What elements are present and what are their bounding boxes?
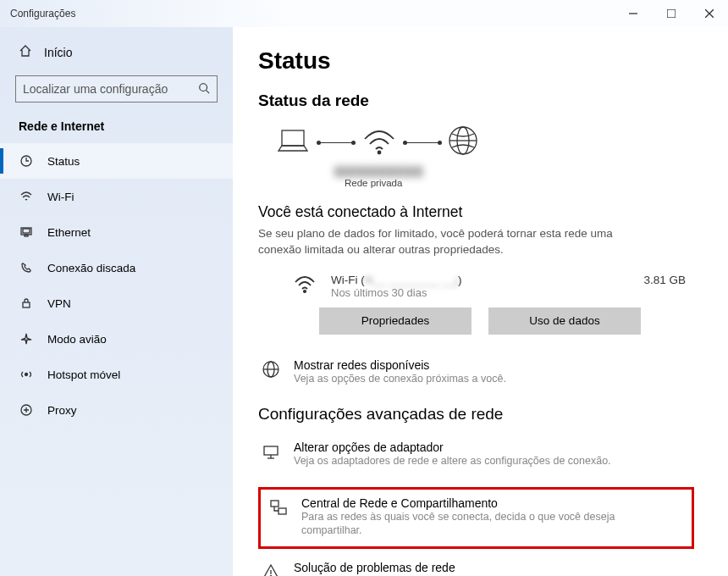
window-title: Configurações bbox=[10, 8, 75, 19]
advanced-heading: Configurações avançadas de rede bbox=[258, 405, 694, 424]
link-sub: Para as redes às quais você se conecta, … bbox=[301, 510, 640, 539]
highlighted-network-center: Central de Rede e Compartilhamento Para … bbox=[258, 487, 694, 550]
sidebar-item-wifi[interactable]: Wi-Fi bbox=[0, 179, 233, 214]
connected-description: Se seu plano de dados for limitado, você… bbox=[258, 226, 631, 258]
link-title: Alterar opções de adaptador bbox=[294, 440, 611, 454]
link-title: Mostrar redes disponíveis bbox=[294, 358, 506, 372]
wifi-name: Wi-Fi (N__ ________ __j) bbox=[331, 274, 628, 286]
proxy-icon bbox=[19, 403, 34, 417]
network-center-icon bbox=[269, 496, 288, 520]
sidebar-item-hotspot[interactable]: Hotspot móvel bbox=[0, 357, 233, 392]
properties-button[interactable]: Propriedades bbox=[319, 307, 472, 335]
globe-icon bbox=[446, 124, 480, 161]
link-title: Solução de problemas de rede bbox=[294, 561, 490, 574]
adapter-options-link[interactable]: Alterar opções de adaptador Veja os adap… bbox=[258, 440, 694, 468]
svg-point-14 bbox=[378, 152, 381, 154]
home-icon bbox=[19, 44, 32, 60]
sidebar-item-label: Conexão discada bbox=[47, 262, 135, 274]
maximize-button[interactable] bbox=[652, 0, 690, 27]
sidebar-item-proxy[interactable]: Proxy bbox=[0, 392, 233, 428]
wifi-icon bbox=[19, 190, 34, 203]
sidebar-item-label: Ethernet bbox=[47, 226, 91, 239]
sidebar: Início Localizar uma configuração Rede e… bbox=[0, 27, 233, 576]
svg-line-5 bbox=[207, 90, 210, 93]
sidebar-item-label: Hotspot móvel bbox=[47, 368, 120, 381]
vpn-icon bbox=[19, 296, 34, 310]
show-networks-link[interactable]: Mostrar redes disponíveis Veja as opções… bbox=[258, 358, 694, 386]
link-sub: Veja os adaptadores de rede e altere as … bbox=[294, 454, 611, 468]
page-title: Status bbox=[258, 47, 694, 75]
wifi-buttons: Propriedades Uso de dados bbox=[258, 307, 694, 335]
home-link[interactable]: Início bbox=[0, 37, 233, 67]
sidebar-item-label: Status bbox=[47, 155, 80, 168]
sidebar-item-label: Modo avião bbox=[47, 333, 107, 346]
link-title: Central de Rede e Compartilhamento bbox=[301, 496, 640, 510]
link-sub: Veja as opções de conexão próximas a voc… bbox=[294, 372, 506, 386]
adapter-icon bbox=[262, 440, 280, 464]
svg-rect-9 bbox=[25, 235, 28, 236]
connector-line bbox=[319, 142, 353, 143]
svg-rect-8 bbox=[23, 229, 30, 233]
svg-rect-10 bbox=[23, 302, 30, 307]
network-sharing-center-link[interactable]: Central de Rede e Compartilhamento Para … bbox=[266, 496, 687, 539]
airplane-icon bbox=[19, 332, 34, 346]
troubleshoot-link[interactable]: Solução de problemas de rede Diagnostiqu… bbox=[258, 561, 694, 576]
sidebar-item-dialup[interactable]: Conexão discada bbox=[0, 250, 233, 285]
dial-icon bbox=[19, 261, 34, 274]
network-status-heading: Status da rede bbox=[258, 91, 694, 110]
sidebar-item-ethernet[interactable]: Ethernet bbox=[0, 214, 233, 250]
svg-point-11 bbox=[25, 374, 28, 376]
nav-list: Status Wi-Fi Ethernet Conexão discada VP… bbox=[0, 143, 233, 428]
svg-rect-1 bbox=[667, 9, 676, 18]
globe-small-icon bbox=[262, 358, 280, 382]
svg-point-4 bbox=[200, 83, 207, 91]
status-icon bbox=[19, 154, 34, 168]
sidebar-item-airplane[interactable]: Modo avião bbox=[0, 321, 233, 357]
search-icon bbox=[198, 82, 210, 97]
svg-rect-13 bbox=[282, 130, 304, 146]
wifi-usage-row: Wi-Fi (N__ ________ __j) Nos últimos 30 … bbox=[258, 270, 694, 307]
search-input[interactable]: Localizar uma configuração bbox=[15, 75, 218, 102]
ethernet-icon bbox=[19, 225, 34, 239]
ssid-blurred: ████████████ bbox=[334, 166, 424, 176]
connector-line bbox=[405, 142, 439, 143]
sidebar-item-label: Wi-Fi bbox=[47, 191, 74, 203]
data-usage-button[interactable]: Uso de dados bbox=[488, 307, 641, 335]
network-type-label: Rede privada bbox=[345, 178, 694, 188]
minimize-button[interactable] bbox=[614, 0, 652, 27]
home-label: Início bbox=[44, 46, 72, 59]
sidebar-item-label: VPN bbox=[47, 297, 71, 310]
connected-heading: Você está conectado à Internet bbox=[258, 203, 694, 221]
main-content: Status Status da rede ████████████ Rede … bbox=[233, 27, 728, 576]
wifi-large-icon bbox=[360, 124, 399, 161]
window-controls bbox=[614, 0, 728, 27]
close-button[interactable] bbox=[690, 0, 728, 27]
sidebar-item-status[interactable]: Status bbox=[0, 143, 233, 179]
network-diagram bbox=[273, 124, 694, 161]
sidebar-item-vpn[interactable]: VPN bbox=[0, 285, 233, 321]
wifi-sub: Nos últimos 30 dias bbox=[331, 286, 628, 299]
titlebar: Configurações bbox=[0, 0, 728, 27]
wifi-icon bbox=[294, 274, 316, 297]
hotspot-icon bbox=[19, 368, 34, 381]
sidebar-item-label: Proxy bbox=[47, 404, 77, 417]
svg-point-18 bbox=[304, 291, 306, 292]
section-header: Rede e Internet bbox=[0, 116, 233, 143]
svg-rect-22 bbox=[264, 446, 278, 455]
search-placeholder: Localizar uma configuração bbox=[23, 82, 168, 96]
svg-rect-26 bbox=[279, 508, 286, 514]
data-amount: 3.81 GB bbox=[643, 274, 694, 286]
laptop-icon bbox=[273, 124, 312, 161]
warning-icon bbox=[262, 561, 280, 576]
svg-rect-25 bbox=[271, 501, 279, 507]
